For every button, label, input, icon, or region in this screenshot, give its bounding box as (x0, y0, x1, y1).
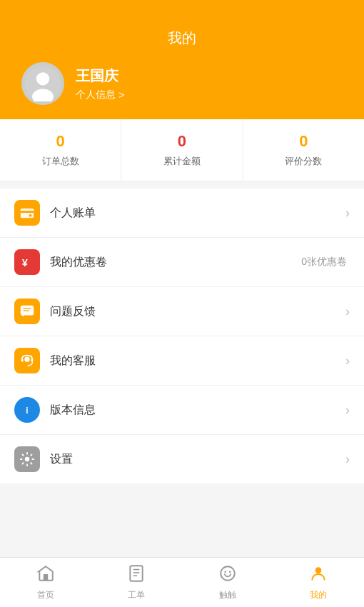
stat-rating-value: 0 (299, 132, 308, 151)
menu-item-feedback[interactable]: 问题反馈 › (0, 287, 364, 336)
menu-version-label: 版本信息 (50, 403, 345, 418)
touch-icon (218, 564, 237, 587)
svg-point-22 (224, 571, 226, 573)
wallet-icon (14, 200, 40, 226)
stat-amount-label: 累计金额 (163, 155, 201, 168)
menu-version-chevron: › (345, 403, 350, 418)
menu-coupon-count: 0张优惠卷 (301, 256, 347, 269)
settings-icon (14, 446, 40, 472)
service-icon (14, 348, 40, 373)
svg-point-5 (29, 214, 32, 217)
svg-point-15 (25, 457, 29, 461)
svg-point-1 (36, 72, 49, 85)
info-icon: i (14, 397, 40, 423)
stats-row: 0 订单总数 0 累计金额 0 评价分数 (0, 119, 364, 181)
home-icon (36, 564, 55, 587)
stat-orders[interactable]: 0 订单总数 (0, 119, 121, 181)
mine-icon (309, 564, 328, 587)
nav-mine-label: 我的 (310, 589, 327, 601)
page-title: 我的 (14, 29, 350, 48)
menu-item-account[interactable]: 个人账单 › (0, 189, 364, 238)
nav-item-mine[interactable]: 我的 (273, 558, 365, 607)
menu-item-coupon[interactable]: ¥ 我的优惠卷 0张优惠卷 (0, 238, 364, 287)
menu-settings-label: 设置 (50, 452, 345, 467)
bottom-nav: 首页 工单 触触 (0, 557, 364, 607)
svg-text:¥: ¥ (22, 257, 29, 269)
svg-point-21 (221, 566, 235, 581)
stat-amount[interactable]: 0 累计金额 (121, 119, 243, 181)
svg-point-23 (229, 571, 231, 573)
profile-row[interactable]: 王国庆 个人信息 > (14, 62, 350, 105)
svg-rect-4 (21, 211, 34, 213)
menu-item-version[interactable]: i 版本信息 › (0, 386, 364, 435)
orders-icon (127, 564, 146, 587)
profile-name: 王国庆 (76, 66, 118, 86)
menu-feedback-chevron: › (345, 304, 350, 319)
svg-text:i: i (26, 406, 28, 416)
svg-rect-16 (44, 574, 49, 581)
menu-coupon-label: 我的优惠卷 (50, 255, 301, 270)
avatar (21, 62, 64, 105)
menu-item-settings[interactable]: 设置 › (0, 435, 364, 483)
nav-item-home[interactable]: 首页 (0, 558, 91, 607)
menu-account-chevron: › (345, 206, 350, 221)
menu-service-chevron: › (345, 353, 350, 368)
profile-link[interactable]: 个人信息 > (76, 89, 124, 101)
svg-rect-11 (21, 358, 24, 362)
stat-rating-label: 评价分数 (285, 155, 322, 168)
profile-info: 王国庆 个人信息 > (76, 66, 124, 101)
profile-info-chevron: > (118, 89, 124, 101)
header-section: 我的 王国庆 个人信息 > (0, 0, 364, 119)
menu-item-service[interactable]: 我的客服 › (0, 336, 364, 386)
menu-feedback-label: 问题反馈 (50, 304, 345, 319)
menu-service-label: 我的客服 (50, 353, 345, 368)
profile-info-label: 个人信息 (76, 89, 116, 101)
svg-rect-12 (31, 358, 34, 362)
stat-rating[interactable]: 0 评价分数 (243, 119, 364, 181)
nav-home-label: 首页 (37, 589, 54, 601)
nav-touch-label: 触触 (219, 589, 236, 601)
menu-list: 个人账单 › ¥ 我的优惠卷 0张优惠卷 问题反馈 › (0, 189, 364, 483)
menu-settings-chevron: › (345, 452, 350, 467)
nav-orders-label: 工单 (128, 589, 145, 601)
feedback-icon (14, 299, 40, 324)
svg-point-24 (315, 567, 322, 573)
coupon-icon: ¥ (14, 249, 40, 275)
svg-rect-17 (131, 566, 143, 581)
svg-point-10 (24, 357, 29, 362)
nav-item-orders[interactable]: 工单 (91, 558, 183, 607)
stat-orders-label: 订单总数 (42, 155, 79, 168)
svg-rect-3 (21, 209, 34, 219)
menu-account-label: 个人账单 (50, 206, 345, 221)
nav-item-touch[interactable]: 触触 (182, 558, 273, 607)
stat-amount-value: 0 (178, 132, 186, 151)
stat-orders-value: 0 (56, 132, 65, 151)
